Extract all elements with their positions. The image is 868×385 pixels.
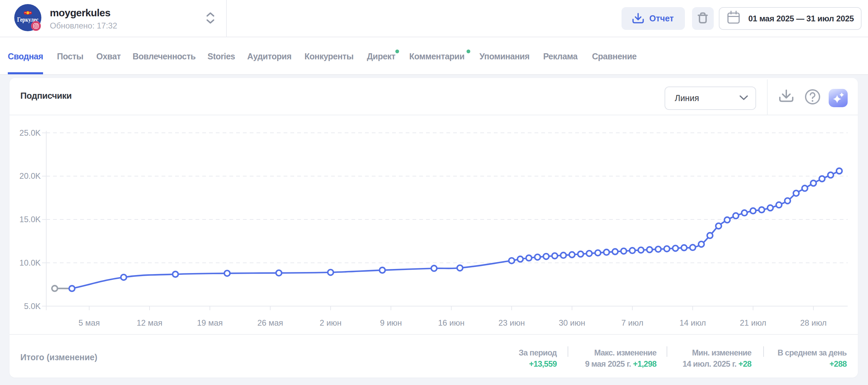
svg-text:12 мая: 12 мая	[137, 318, 162, 327]
svg-text:21 июл: 21 июл	[740, 318, 766, 327]
svg-text:20.0K: 20.0K	[19, 171, 41, 180]
svg-text:16 июн: 16 июн	[438, 318, 465, 327]
svg-text:23 июн: 23 июн	[498, 318, 525, 327]
svg-text:28 июл: 28 июл	[800, 318, 827, 327]
svg-text:15.0K: 15.0K	[19, 215, 41, 224]
svg-text:14 июл: 14 июл	[679, 318, 706, 327]
svg-text:25.0K: 25.0K	[19, 128, 41, 137]
svg-text:5 мая: 5 мая	[79, 318, 100, 327]
svg-text:10.0K: 10.0K	[19, 258, 41, 267]
svg-text:30 июн: 30 июн	[559, 318, 585, 327]
svg-text:7 июл: 7 июл	[622, 318, 644, 327]
svg-text:2 июн: 2 июн	[320, 318, 342, 327]
svg-text:9 июн: 9 июн	[380, 318, 402, 327]
svg-text:26 мая: 26 мая	[257, 318, 283, 327]
svg-text:5.0K: 5.0K	[24, 302, 41, 311]
svg-text:19 мая: 19 мая	[197, 318, 223, 327]
